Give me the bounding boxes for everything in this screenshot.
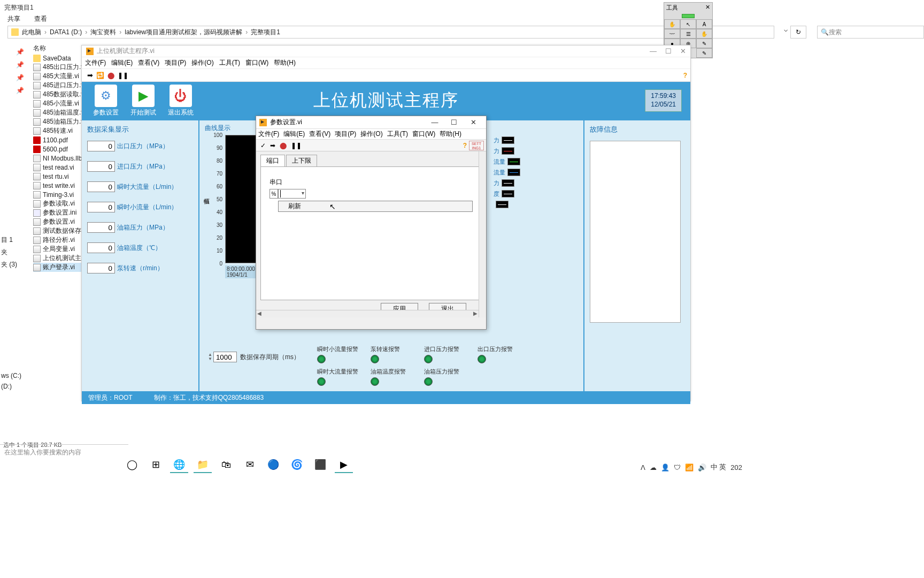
menu-item[interactable]: 文件(F): [85, 58, 106, 67]
close-icon[interactable]: ✕: [705, 4, 710, 12]
crumb-taobao[interactable]: 淘宝资料: [89, 28, 117, 37]
exit-system-button[interactable]: 退出系统: [162, 85, 199, 117]
file-item[interactable]: SaveData: [33, 54, 84, 63]
position-tool-icon[interactable]: ↖: [680, 19, 696, 29]
abort-icon[interactable]: ⬤: [280, 142, 287, 149]
menu-item[interactable]: 帮助(H): [440, 130, 461, 139]
text-tool-icon[interactable]: A: [696, 19, 712, 29]
tray-icon[interactable]: 👤: [661, 463, 669, 471]
scrollbar-horizontal[interactable]: ◀▶: [256, 310, 479, 317]
menu-item[interactable]: 查看(V): [309, 130, 330, 139]
menu-item[interactable]: 窗口(W): [245, 58, 268, 67]
file-item[interactable]: 5600.pdf: [33, 144, 84, 154]
fault-list[interactable]: [590, 141, 681, 323]
operate-tool-icon[interactable]: ✋: [664, 19, 680, 29]
pause-icon[interactable]: ❚❚: [118, 72, 128, 79]
menu-item[interactable]: 项目(P): [165, 58, 186, 67]
plot-style-icon[interactable]: [502, 179, 514, 187]
tray-icon[interactable]: 📶: [685, 463, 694, 471]
minimize-icon[interactable]: —: [650, 47, 657, 55]
maximize-icon[interactable]: ☐: [665, 47, 672, 55]
crumb-current[interactable]: 完整项目1: [250, 28, 281, 37]
run-continuous-icon[interactable]: ➡: [270, 142, 275, 149]
app-icon[interactable]: ⬛: [311, 457, 329, 473]
menu-item[interactable]: 编辑(E): [111, 58, 133, 67]
run-icon[interactable]: ✓: [260, 142, 266, 149]
color-tool-icon[interactable]: ✎: [696, 48, 712, 58]
menu-item[interactable]: 帮助(H): [274, 58, 296, 67]
nav-drive-c[interactable]: ws (C:): [1, 372, 21, 379]
refresh-button[interactable]: 刷新: [278, 201, 473, 212]
file-item[interactable]: 485小流量.vi: [33, 99, 84, 108]
menu-item[interactable]: 窗口(W): [412, 130, 435, 139]
mail-icon[interactable]: ✉: [241, 457, 259, 473]
file-item[interactable]: 路径分析.vi: [33, 235, 84, 245]
menu-item[interactable]: 项目(P): [335, 130, 356, 139]
file-item[interactable]: 485油箱压力.vi: [33, 117, 84, 126]
run-icon[interactable]: ➡: [87, 71, 93, 79]
menu-item[interactable]: 工具(T): [219, 58, 240, 67]
cortana-icon[interactable]: ◯: [123, 457, 141, 473]
param-settings-button[interactable]: 参数设置: [87, 85, 125, 117]
file-item[interactable]: test rtu.vi: [33, 172, 84, 181]
legend-item[interactable]: 流量: [494, 156, 536, 167]
file-item[interactable]: 账户登录.vi: [33, 263, 84, 272]
menu-item[interactable]: 工具(T): [387, 130, 408, 139]
nav-item[interactable]: 夹: [1, 248, 21, 257]
file-item[interactable]: 485数据读取.vi: [33, 90, 84, 99]
column-header-name[interactable]: 名称: [33, 44, 46, 53]
refresh-icon[interactable]: ↻: [790, 26, 806, 39]
tray-clock[interactable]: 202: [730, 463, 742, 471]
legend-item[interactable]: 流量: [494, 167, 536, 178]
tray-icon[interactable]: ☁: [650, 463, 657, 471]
labview-taskbar-icon[interactable]: ▶: [335, 457, 353, 473]
breadcrumb[interactable]: 此电脑› DATA1 (D:)› 淘宝资料› labview项目通用测试框架，源…: [7, 26, 774, 39]
help-icon[interactable]: ?: [683, 72, 687, 79]
tab-limits[interactable]: 上下限: [286, 155, 317, 166]
file-item[interactable]: 1100.pdf: [33, 135, 84, 144]
file-item[interactable]: 485大流量.vi: [33, 72, 84, 81]
file-item[interactable]: test write.vi: [33, 181, 84, 190]
serial-port-combo[interactable]: [278, 189, 306, 199]
legend-item[interactable]: 力: [494, 178, 536, 188]
file-item[interactable]: 上位机测试主程: [33, 254, 84, 263]
menu-item[interactable]: 文件(F): [258, 130, 279, 139]
taskbar-search-input[interactable]: 在这里输入你要搜索的内容: [0, 444, 128, 460]
plot-style-icon[interactable]: [507, 158, 520, 165]
maximize-icon[interactable]: ☐: [444, 118, 464, 126]
breadcrumb-dropdown-icon[interactable]: ⌵: [781, 26, 790, 33]
shortcut-tool-icon[interactable]: ☰: [680, 29, 696, 39]
plot-style-icon[interactable]: [502, 147, 514, 155]
legend-item[interactable]: 力: [494, 135, 536, 146]
file-item[interactable]: 485油箱温度.vi: [33, 108, 84, 117]
crumb-project[interactable]: labview项目通用测试框架，源码视频讲解: [124, 28, 243, 37]
ribbon-tab-view[interactable]: 查看: [32, 13, 49, 25]
nav-drive-d[interactable]: (D:): [1, 383, 21, 390]
explorer-search-input[interactable]: 🔍 搜索: [817, 26, 924, 39]
task-view-icon[interactable]: ⊞: [147, 457, 165, 473]
file-item[interactable]: 485出口压力.vi: [33, 63, 84, 72]
explorer-icon[interactable]: 📁: [194, 457, 212, 473]
crumb-pc[interactable]: 此电脑: [21, 28, 42, 37]
legend-item[interactable]: [494, 199, 536, 210]
app-icon[interactable]: 🌀: [288, 457, 306, 473]
run-continuous-icon[interactable]: 🔁: [96, 72, 104, 79]
menu-item[interactable]: 编辑(E): [283, 130, 305, 139]
color-copy-tool-icon[interactable]: ✎: [696, 39, 712, 48]
store-icon[interactable]: 🛍: [217, 457, 235, 473]
legend-item[interactable]: 度: [494, 188, 536, 199]
menu-item[interactable]: 操作(O): [360, 130, 382, 139]
app-icon[interactable]: 🔵: [264, 457, 282, 473]
tab-port[interactable]: 端口: [260, 155, 285, 166]
nav-item[interactable]: 夹 (3): [1, 260, 21, 269]
nav-item[interactable]: 目 1: [1, 235, 21, 245]
close-icon[interactable]: ✕: [464, 118, 483, 126]
file-item[interactable]: 485转速.vi: [33, 126, 84, 135]
save-period-input[interactable]: [213, 352, 237, 362]
pause-icon[interactable]: ❚❚: [291, 142, 302, 149]
auto-tool-led[interactable]: [682, 14, 695, 18]
file-item[interactable]: Timing-3.vi: [33, 190, 84, 199]
numeric-stepper[interactable]: ▲▼: [208, 353, 212, 361]
file-item[interactable]: 测试数据保存子: [33, 226, 84, 235]
tray-icon[interactable]: 🛡: [674, 463, 681, 471]
